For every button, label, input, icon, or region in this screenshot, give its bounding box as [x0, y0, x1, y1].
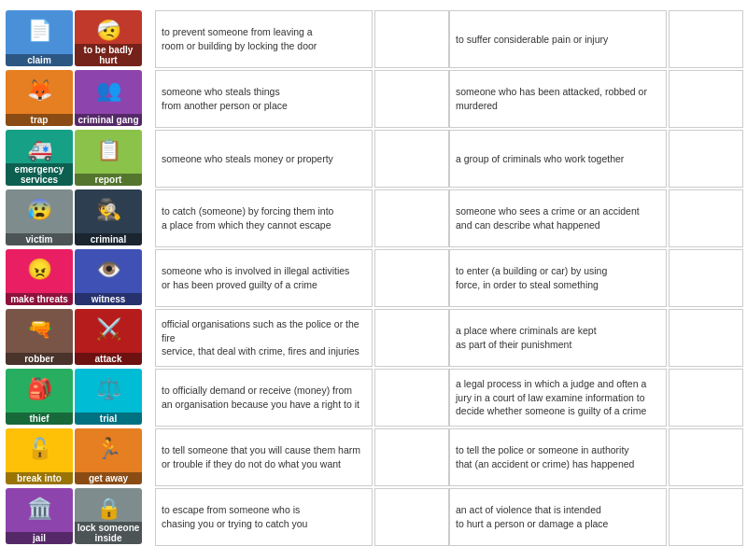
left-match-7[interactable] [374, 428, 449, 486]
icon-art-1: 👁️ [75, 249, 142, 290]
left-match-boxes [374, 9, 448, 547]
icon-box-witness[interactable]: 👁️witness [75, 249, 142, 305]
icon-row-7: 🔓break into🏃get away [5, 427, 154, 485]
icon-label-robber: robber [6, 353, 73, 365]
icon-art-0: 🎒 [6, 369, 73, 410]
icon-label-thief: thief [6, 413, 73, 425]
right-match-6[interactable] [669, 369, 743, 427]
icon-art-0: 🔫 [6, 309, 73, 350]
icon-art-0: 😰 [6, 189, 73, 231]
icon-label-victim: victim [6, 233, 73, 245]
right-def-5: a place where criminals are keptas part … [449, 309, 667, 367]
icon-column: 📄claim🤕to be badly hurt🦊trap👥criminal ga… [5, 9, 154, 547]
icon-label-break-into: break into [6, 472, 73, 484]
icon-box-emergency-services[interactable]: 🚑emergency services [6, 130, 73, 186]
icon-box-to-be-badly-hurt[interactable]: 🤕to be badly hurt [75, 10, 142, 66]
left-match-2[interactable] [374, 130, 449, 188]
icon-art-1: 🕵️ [75, 189, 142, 231]
icon-box-criminal-gang[interactable]: 👥criminal gang [75, 70, 142, 126]
icon-label-get-away: get away [75, 472, 142, 484]
right-match-boxes [668, 9, 742, 547]
right-def-0: to suffer considerable pain or injury [449, 10, 667, 68]
icon-box-trap[interactable]: 🦊trap [6, 70, 73, 126]
icon-label-lock-someone-inside: lock someone inside [75, 522, 142, 544]
icon-art-1: ⚖️ [75, 369, 142, 410]
icon-box-jail[interactable]: 🏛️jail [6, 488, 73, 544]
icon-box-report[interactable]: 📋report [75, 130, 142, 186]
icon-row-8: 🏛️jail🔒lock someone inside [5, 487, 154, 545]
right-match-8[interactable] [669, 488, 743, 546]
icon-box-thief[interactable]: 🎒thief [6, 369, 73, 425]
icon-row-4: 😠make threats👁️witness [5, 248, 154, 306]
icon-label-jail: jail [6, 532, 73, 544]
icon-box-trial[interactable]: ⚖️trial [75, 369, 142, 425]
icon-label-criminal: criminal [75, 233, 142, 245]
right-def-2: a group of criminals who work together [449, 130, 667, 188]
icon-label-witness: witness [75, 293, 142, 305]
icon-box-criminal[interactable]: 🕵️criminal [75, 189, 142, 245]
right-match-1[interactable] [669, 70, 743, 128]
icon-box-victim[interactable]: 😰victim [6, 189, 73, 245]
icon-row-2: 🚑emergency services📋report [5, 129, 154, 187]
icon-art-1: 👥 [75, 70, 142, 111]
icon-row-1: 🦊trap👥criminal gang [5, 69, 154, 127]
right-def-6: a legal process in which a judge and oft… [449, 369, 667, 427]
icon-art-0: 📄 [6, 10, 73, 51]
left-def-8: to escape from someone who ischasing you… [155, 488, 373, 546]
right-match-7[interactable] [669, 428, 743, 486]
icon-box-lock-someone-inside[interactable]: 🔒lock someone inside [75, 488, 142, 544]
icon-label-claim: claim [6, 54, 73, 66]
icon-box-break-into[interactable]: 🔓break into [6, 428, 73, 484]
icon-box-get-away[interactable]: 🏃get away [75, 428, 142, 484]
icon-art-1: ⚔️ [75, 309, 142, 350]
icon-row-3: 😰victim🕵️criminal [5, 189, 154, 246]
left-definitions: to prevent someone from leaving aroom or… [154, 9, 374, 547]
icon-art-0: 🦊 [6, 70, 73, 111]
left-def-2: someone who steals money or property [155, 130, 373, 188]
icon-art-0: 🏛️ [6, 488, 73, 529]
right-definitions: to suffer considerable pain or injurysom… [448, 9, 668, 547]
right-def-8: an act of violence that is intendedto hu… [449, 488, 667, 546]
left-def-0: to prevent someone from leaving aroom or… [155, 10, 373, 68]
icon-box-make-threats[interactable]: 😠make threats [6, 249, 73, 305]
left-def-1: someone who steals thingsfrom another pe… [155, 70, 373, 128]
main-container: 📄claim🤕to be badly hurt🦊trap👥criminal ga… [0, 0, 747, 556]
left-match-4[interactable] [374, 249, 449, 307]
right-match-5[interactable] [669, 309, 743, 367]
right-def-7: to tell the police or someone in authori… [449, 428, 667, 486]
icon-label-make-threats: make threats [6, 293, 73, 305]
left-match-0[interactable] [374, 10, 449, 68]
icon-art-0: 🔓 [6, 428, 73, 469]
icon-label-criminal-gang: criminal gang [75, 114, 142, 126]
icon-art-1: 📋 [75, 130, 142, 171]
icon-label-attack: attack [75, 353, 142, 365]
icon-label-to-be-badly-hurt: to be badly hurt [75, 44, 142, 66]
left-match-8[interactable] [374, 488, 449, 546]
icon-art-1: 🏃 [75, 428, 142, 469]
icon-box-claim[interactable]: 📄claim [6, 10, 73, 66]
left-match-3[interactable] [374, 189, 449, 247]
left-def-7: to tell someone that you will cause them… [155, 428, 373, 486]
icon-label-trap: trap [6, 114, 73, 126]
right-def-3: someone who sees a crime or an accidenta… [449, 189, 667, 247]
right-def-1: someone who has been attacked, robbed or… [449, 70, 667, 128]
left-def-4: someone who is involved in illegal activ… [155, 249, 373, 307]
left-def-6: to officially demand or receive (money) … [155, 369, 373, 427]
icon-label-trial: trial [75, 413, 142, 425]
icon-box-robber[interactable]: 🔫robber [6, 309, 73, 365]
left-def-5: official organisations such as the polic… [155, 309, 373, 367]
right-match-2[interactable] [669, 130, 743, 188]
right-match-3[interactable] [669, 189, 743, 247]
left-match-5[interactable] [374, 309, 449, 367]
icon-label-emergency-services: emergency services [6, 163, 73, 186]
icon-label-report: report [75, 174, 142, 186]
icon-box-attack[interactable]: ⚔️attack [75, 309, 142, 365]
right-match-0[interactable] [669, 10, 743, 68]
icon-art-0: 😠 [6, 249, 73, 290]
left-match-1[interactable] [374, 70, 449, 128]
right-match-4[interactable] [669, 249, 743, 307]
icon-row-0: 📄claim🤕to be badly hurt [5, 9, 154, 67]
right-def-4: to enter (a building or car) by usingfor… [449, 249, 667, 307]
left-match-6[interactable] [374, 369, 449, 427]
icon-row-6: 🎒thief⚖️trial [5, 368, 154, 426]
